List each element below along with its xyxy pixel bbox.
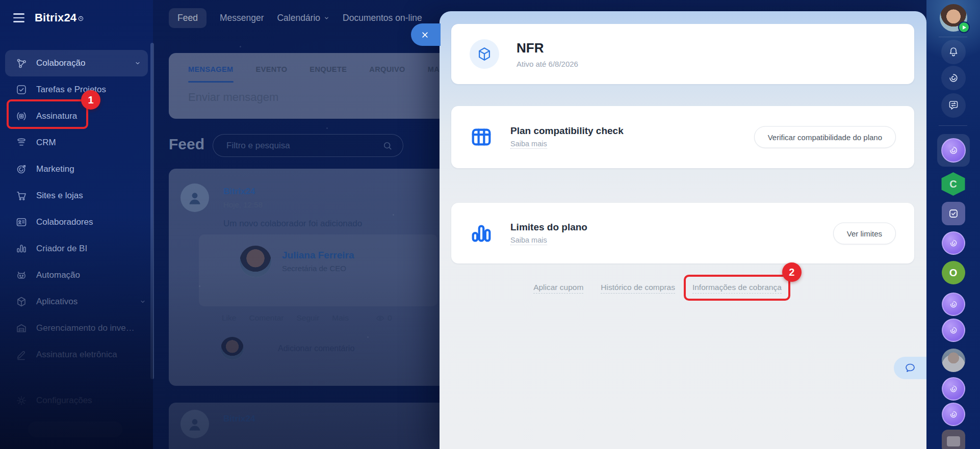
nav-messenger[interactable]: Messenger xyxy=(220,13,264,23)
sidebar-item-label: Colaboradores xyxy=(36,217,93,227)
tasks-app-icon[interactable] xyxy=(942,202,965,225)
sidebar-item-subscription[interactable]: 1 Assinatura xyxy=(0,103,153,129)
sidebar-item-automation[interactable]: Automação xyxy=(0,262,153,288)
notifications-button[interactable] xyxy=(941,40,966,64)
copilot-swirl-icon xyxy=(948,384,959,394)
tab-poll[interactable]: ENQUETE xyxy=(310,65,347,78)
nav-docs-label: Documentos on-line xyxy=(343,13,422,23)
pen-icon xyxy=(15,349,28,361)
sidebar-bottom-button[interactable] xyxy=(28,421,122,437)
sidebar-item-settings[interactable]: Configurações xyxy=(0,387,153,414)
hexagon-app-icon[interactable]: C xyxy=(941,172,966,196)
close-button[interactable] xyxy=(411,23,441,46)
sidebar-item-employees[interactable]: Colaboradores xyxy=(0,209,153,235)
green-app-label: O xyxy=(949,267,958,279)
user-avatar[interactable] xyxy=(942,349,965,372)
follow-button[interactable]: Seguir xyxy=(297,313,320,323)
post-author-avatar[interactable] xyxy=(180,410,209,438)
nav-docs[interactable]: Documentos on-line xyxy=(343,13,422,23)
employee-avatar[interactable] xyxy=(240,246,271,277)
menu-burger-icon[interactable] xyxy=(13,13,24,22)
active-copilot-app[interactable] xyxy=(937,134,970,167)
billing-links-row: Aplicar cupom Histórico de compras Infor… xyxy=(440,283,926,294)
copilot-app-icon[interactable] xyxy=(942,403,965,426)
translate-chat-button[interactable] xyxy=(941,93,966,118)
like-button[interactable]: Like xyxy=(222,313,236,323)
license-icon-wrap xyxy=(470,39,499,69)
billing-info-link[interactable]: Informações de cobrança 2 xyxy=(692,283,782,294)
feed-search-input[interactable]: Filtro e pesquisa xyxy=(213,134,403,157)
post-author-avatar[interactable] xyxy=(180,183,209,212)
nav-calendar-label: Calendário xyxy=(277,13,320,23)
copilot-swirl-icon xyxy=(947,72,960,84)
tab-file[interactable]: ARQUIVO xyxy=(369,65,405,78)
copilot-swirl-icon xyxy=(948,145,959,156)
employee-role: Secretária de CEO xyxy=(282,264,346,273)
green-app-icon[interactable]: O xyxy=(942,261,965,284)
sidebar-item-tasks[interactable]: Tarefas e Projetos xyxy=(0,76,153,103)
plan-limits-text: Limites do plano Saiba mais xyxy=(510,222,587,245)
new-employee-card: Juliana Ferreira Secretária de CEO xyxy=(199,234,437,306)
rail-divider xyxy=(939,37,967,37)
copilot-app-icon[interactable] xyxy=(942,231,965,255)
plan-expiry: Ativo até 6/8/2026 xyxy=(517,60,578,68)
verify-compatibility-button[interactable]: Verificar compatibilidade do plano xyxy=(754,126,896,148)
sidebar-item-apps[interactable]: Aplicativos xyxy=(0,288,153,315)
more-button[interactable]: Mais xyxy=(332,313,349,323)
copilot-app-icon[interactable] xyxy=(942,293,965,316)
search-icon xyxy=(382,141,393,151)
robot-icon xyxy=(15,269,28,281)
comment-input[interactable]: Adicionar comentário xyxy=(278,344,354,353)
view-limits-button[interactable]: Ver limites xyxy=(833,222,896,244)
chevron-down-icon xyxy=(135,60,141,66)
post-text: Um novo colaborador foi adicionado xyxy=(223,219,362,229)
profile-avatar[interactable] xyxy=(940,4,967,32)
bitrix24-app: Feed Messenger Calendário Documentos on-… xyxy=(0,0,980,449)
feed-heading: Feed xyxy=(169,136,204,153)
support-chat-button[interactable] xyxy=(894,357,926,379)
copilot-button[interactable] xyxy=(941,66,966,90)
nav-calendar[interactable]: Calendário xyxy=(277,13,329,23)
views-counter: 0 xyxy=(376,313,392,323)
sidebar-item-bi-builder[interactable]: Criador de BI xyxy=(0,235,153,262)
status-play-badge xyxy=(958,21,970,33)
feed-search-placeholder: Filtro e pesquisa xyxy=(226,141,290,151)
plan-compatibility-card: Plan compatibility check Saiba mais Veri… xyxy=(451,106,914,168)
bar-chart-icon xyxy=(15,243,28,255)
sidebar-item-collaboration[interactable]: Colaboração xyxy=(5,50,148,76)
subscription-slider-panel: NFR Ativo até 6/8/2026 Plan compatibilit… xyxy=(440,11,926,449)
message-input[interactable]: Enviar mensagem xyxy=(188,91,278,104)
tab-event[interactable]: EVENTO xyxy=(256,65,288,78)
post-author-name[interactable]: Bitrix24 xyxy=(223,414,255,424)
apply-coupon-link[interactable]: Aplicar cupom xyxy=(533,283,583,294)
employee-name[interactable]: Juliana Ferreira xyxy=(282,250,354,261)
tasks-icon xyxy=(15,84,28,96)
annotation-step-2: 2 xyxy=(782,262,802,282)
chevron-down-icon xyxy=(140,299,146,305)
id-card-icon xyxy=(15,216,28,228)
media-app-icon[interactable] xyxy=(942,430,965,449)
copilot-swirl-icon xyxy=(948,325,959,335)
tab-message[interactable]: MENSAGEM xyxy=(188,65,234,78)
learn-more-link[interactable]: Saiba mais xyxy=(510,140,547,149)
nav-messenger-label: Messenger xyxy=(220,13,264,23)
nav-feed[interactable]: Feed xyxy=(169,8,207,28)
comment-button[interactable]: Comentar xyxy=(249,313,283,323)
sidebar-item-sites[interactable]: Sites e lojas xyxy=(0,182,153,209)
plan-compatibility-text: Plan compatibility check Saiba mais xyxy=(510,125,624,149)
learn-more-link[interactable]: Saiba mais xyxy=(510,236,547,245)
sidebar-item-marketing[interactable]: Marketing xyxy=(0,156,153,182)
purchase-history-link[interactable]: Histórico de compras xyxy=(601,283,675,294)
sidebar-item-crm[interactable]: CRM xyxy=(0,129,153,156)
post-author-name[interactable]: Bitrix24 xyxy=(223,187,255,197)
sidebar-item-inventory[interactable]: Gerenciamento do inve… xyxy=(0,315,153,341)
logo-label: Bitrix24 xyxy=(35,11,76,24)
app-logo[interactable]: Bitrix24 xyxy=(35,11,84,24)
sidebar-item-esignature[interactable]: Assinatura eletrônica xyxy=(0,341,153,368)
plan-name: NFR xyxy=(517,40,578,56)
checkbox-icon xyxy=(947,207,960,220)
copilot-swirl-icon xyxy=(948,238,959,248)
copilot-app-icon[interactable] xyxy=(942,377,965,401)
sidebar-item-label: Assinatura eletrônica xyxy=(36,350,117,360)
copilot-app-icon[interactable] xyxy=(942,319,965,342)
